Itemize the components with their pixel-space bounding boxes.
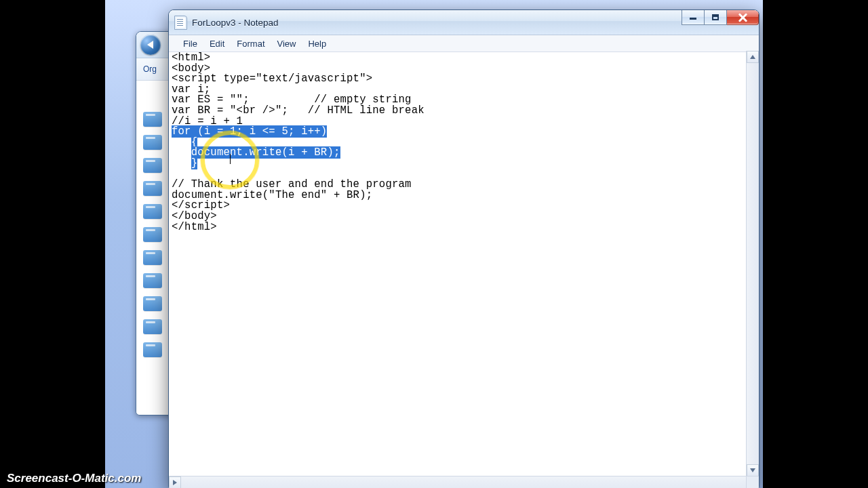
folder-icon[interactable] <box>143 319 162 334</box>
back-icon[interactable] <box>140 35 161 55</box>
vertical-scrollbar[interactable] <box>746 51 759 476</box>
titlebar[interactable]: ForLoopv3 - Notepad <box>169 10 759 35</box>
horizontal-scrollbar[interactable] <box>169 476 747 488</box>
folder-icon[interactable] <box>143 204 162 219</box>
chevron-right-icon <box>173 480 177 485</box>
scroll-down-button[interactable] <box>747 464 759 476</box>
close-button[interactable] <box>727 10 759 25</box>
notepad-window: ForLoopv3 - Notepad File Edit Format Vie… <box>168 9 760 488</box>
code-line: </html> <box>172 221 217 233</box>
folder-icon[interactable] <box>143 273 162 288</box>
chevron-up-icon <box>750 55 755 59</box>
folder-icon[interactable] <box>143 227 162 242</box>
maximize-icon <box>712 14 719 20</box>
folder-icon[interactable] <box>143 296 162 311</box>
folder-icon[interactable] <box>143 158 162 173</box>
minimize-button[interactable] <box>682 10 705 25</box>
code-indent <box>172 157 191 169</box>
close-icon <box>738 13 747 22</box>
text-area[interactable]: <html> <body> <script type="text/javascr… <box>169 52 747 478</box>
text-caret <box>230 154 231 164</box>
menu-view[interactable]: View <box>271 37 302 51</box>
window-title: ForLoopv3 - Notepad <box>192 18 279 28</box>
notepad-icon <box>174 16 187 30</box>
explorer-toolbar-label: Org <box>143 64 157 74</box>
scroll-corner <box>746 476 759 488</box>
minimize-icon <box>690 18 696 20</box>
menubar: File Edit Format View Help <box>169 35 759 52</box>
scroll-up-button[interactable] <box>747 51 759 63</box>
folder-icon[interactable] <box>143 250 162 265</box>
maximize-button[interactable] <box>705 10 727 25</box>
code-comment: // HTML line break <box>288 104 425 117</box>
folder-icon[interactable] <box>143 181 162 196</box>
menu-help[interactable]: Help <box>302 37 332 51</box>
code-line-selected: document.write(i + BR); <box>191 146 340 159</box>
watermark: Screencast-O-Matic.com <box>7 472 141 484</box>
scroll-right-button[interactable] <box>169 476 181 488</box>
folder-icon[interactable] <box>143 342 162 357</box>
folder-icon[interactable] <box>143 112 162 127</box>
explorer-sidebar <box>136 81 170 415</box>
menu-format[interactable]: Format <box>231 37 271 51</box>
chevron-down-icon <box>750 468 755 472</box>
menu-edit[interactable]: Edit <box>203 37 231 51</box>
folder-icon[interactable] <box>143 135 162 150</box>
menu-file[interactable]: File <box>177 37 203 51</box>
code-line-selected: } <box>191 157 198 169</box>
